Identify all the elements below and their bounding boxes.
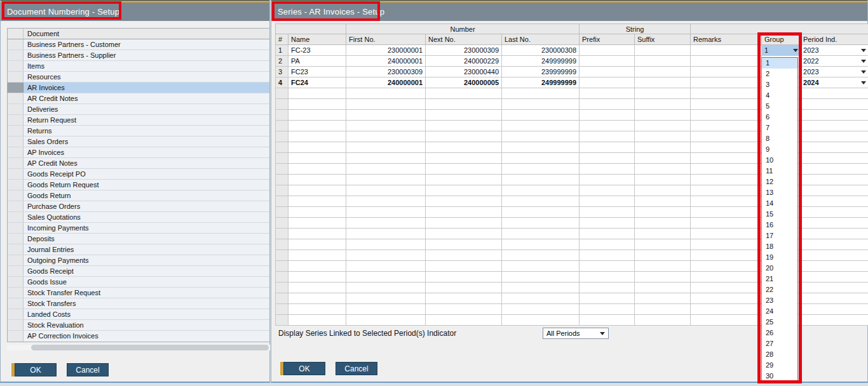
cell-prefix[interactable] — [580, 207, 635, 218]
period-combo[interactable]: 2023 — [803, 67, 866, 77]
group-dropdown-option[interactable]: 6 — [762, 112, 797, 123]
group-dropdown-option[interactable]: 5 — [762, 101, 797, 112]
document-list-item[interactable]: Outgoing Payments — [8, 255, 269, 266]
cell-period[interactable] — [801, 88, 868, 99]
cell-prefix[interactable] — [580, 99, 635, 110]
group-dropdown-option[interactable]: 12 — [762, 176, 797, 187]
cell-prefix[interactable] — [580, 218, 635, 229]
cell-period[interactable] — [801, 99, 868, 110]
document-name-cell[interactable]: Outgoing Payments — [24, 255, 269, 265]
cell-next[interactable]: 230000309 — [426, 45, 502, 56]
cell-name[interactable] — [288, 88, 346, 99]
cell-suffix[interactable] — [635, 110, 691, 121]
cell-name[interactable]: FC24 — [288, 77, 346, 88]
document-name-cell[interactable]: Goods Receipt — [24, 266, 269, 276]
cell-period[interactable] — [801, 142, 868, 153]
group-dropdown-option[interactable]: 15 — [762, 209, 797, 220]
cell-last[interactable] — [502, 142, 580, 153]
cell-last[interactable] — [502, 304, 580, 315]
document-name-cell[interactable]: Sales Quotations — [24, 212, 269, 222]
row-header-cell[interactable] — [8, 93, 24, 103]
cell-remarks[interactable] — [691, 131, 762, 142]
document-name-cell[interactable]: Incoming Payments — [24, 223, 269, 233]
cell-remarks[interactable] — [691, 185, 762, 196]
document-list-item[interactable]: Stock Transfers — [8, 298, 269, 309]
scrollbar-thumb[interactable] — [31, 345, 269, 350]
cell-name[interactable] — [288, 207, 346, 218]
cell-next[interactable] — [426, 283, 502, 293]
cell-first[interactable] — [346, 99, 426, 110]
group-dropdown-option[interactable]: 17 — [762, 230, 797, 241]
group-dropdown-option[interactable]: 4 — [762, 90, 797, 101]
cell-next[interactable] — [426, 164, 502, 175]
row-header-cell[interactable] — [8, 180, 24, 190]
cell-first[interactable]: 240000001 — [346, 56, 426, 67]
cell-prefix[interactable] — [580, 121, 635, 131]
row-header-cell[interactable] — [8, 234, 24, 244]
row-header-cell[interactable] — [8, 223, 24, 233]
cell-first[interactable] — [346, 164, 426, 175]
cell-period[interactable] — [801, 229, 868, 239]
group-dropdown-option[interactable]: 8 — [762, 133, 797, 144]
cell-last[interactable] — [502, 207, 580, 218]
cell-remarks[interactable] — [691, 283, 762, 293]
cell-last[interactable] — [502, 229, 580, 239]
cell-remarks[interactable] — [691, 110, 762, 121]
cell-last[interactable] — [502, 272, 580, 283]
period-filter-combo[interactable]: All Periods — [543, 328, 609, 339]
cell-next[interactable] — [426, 88, 502, 99]
cell-first[interactable] — [346, 175, 426, 185]
cell-name[interactable] — [288, 283, 346, 293]
row-header-cell[interactable] — [8, 201, 24, 211]
document-name-cell[interactable]: Return Request — [24, 115, 269, 125]
cell-name[interactable] — [288, 304, 346, 315]
cell-first[interactable] — [346, 196, 426, 207]
document-name-cell[interactable]: Deposits — [24, 234, 269, 244]
document-list-item[interactable]: Business Partners - Customer — [8, 39, 269, 50]
cell-next[interactable] — [426, 293, 502, 304]
cell-first[interactable] — [346, 229, 426, 239]
cell-period[interactable] — [801, 196, 868, 207]
cell-first[interactable] — [346, 218, 426, 229]
cell-first[interactable] — [346, 283, 426, 293]
cell-last[interactable]: 230000308 — [502, 45, 580, 56]
cell-suffix[interactable] — [635, 304, 691, 315]
cell-remarks[interactable] — [691, 121, 762, 131]
cell-prefix[interactable] — [580, 45, 635, 56]
cell-remarks[interactable] — [691, 77, 762, 88]
row-header-cell[interactable] — [8, 104, 24, 114]
document-list-item[interactable]: Sales Orders — [8, 136, 269, 147]
group-dropdown-option[interactable]: 24 — [762, 306, 797, 317]
document-list-item[interactable]: Journal Entries — [8, 244, 269, 255]
cell-prefix[interactable] — [580, 304, 635, 315]
document-name-cell[interactable]: Goods Return Request — [24, 180, 269, 190]
cell-prefix[interactable] — [580, 164, 635, 175]
document-list-item[interactable]: Return Request — [8, 115, 269, 126]
cell-last[interactable] — [502, 88, 580, 99]
document-name-cell[interactable]: AR Credit Notes — [24, 93, 269, 103]
cell-remarks[interactable] — [691, 175, 762, 185]
cell-first[interactable]: 230000309 — [346, 67, 426, 77]
cell-remarks[interactable] — [691, 88, 762, 99]
cell-prefix[interactable] — [580, 88, 635, 99]
cell-next[interactable] — [426, 261, 502, 272]
cell-prefix[interactable] — [580, 239, 635, 250]
document-list-item[interactable]: Returns — [8, 126, 269, 136]
row-header-cell[interactable] — [8, 61, 24, 71]
cell-suffix[interactable] — [635, 67, 691, 77]
cell-period[interactable] — [801, 185, 868, 196]
row-header-cell[interactable] — [8, 136, 24, 147]
cell-next[interactable] — [426, 304, 502, 315]
cell-last[interactable] — [502, 239, 580, 250]
cell-suffix[interactable] — [635, 229, 691, 239]
cell-period[interactable] — [801, 315, 868, 326]
cell-suffix[interactable] — [635, 142, 691, 153]
cell-remarks[interactable] — [691, 218, 762, 229]
cell-last[interactable] — [502, 185, 580, 196]
cell-next[interactable] — [426, 110, 502, 121]
cell-first[interactable] — [346, 185, 426, 196]
cell-next[interactable]: 240000005 — [426, 77, 502, 88]
cell-period[interactable] — [801, 218, 868, 229]
cell-period[interactable]: 2024 — [801, 77, 868, 88]
cell-suffix[interactable] — [635, 121, 691, 131]
